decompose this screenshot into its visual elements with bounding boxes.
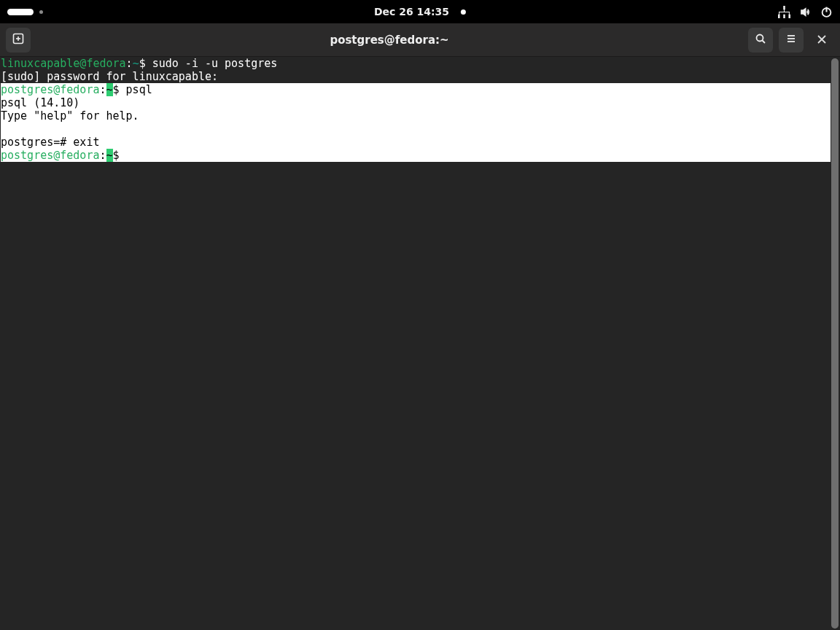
output-line: Type "help" for help.: [1, 109, 139, 122]
prompt-sep: :: [126, 57, 133, 70]
window-title: postgres@fedora:~: [36, 34, 742, 47]
notification-dot-icon: [461, 9, 466, 15]
hamburger-menu-button[interactable]: [779, 28, 804, 52]
command-text: $ psql: [113, 83, 152, 96]
svg-rect-6: [779, 11, 779, 14]
prompt-user: postgres@fedora: [1, 149, 99, 162]
prompt-path: ~: [106, 83, 113, 96]
svg-rect-7: [789, 11, 790, 14]
workspace-dot-icon: [39, 10, 43, 14]
svg-rect-4: [784, 9, 785, 12]
terminal-header-bar: postgres@fedora:~: [0, 23, 840, 57]
terminal-scrollbar[interactable]: [831, 58, 839, 629]
output-line: [sudo] password for linuxcapable:: [1, 70, 218, 83]
volume-icon[interactable]: [799, 6, 812, 18]
clock-area[interactable]: Dec 26 14:35: [374, 6, 466, 18]
close-window-button[interactable]: [809, 28, 834, 52]
psql-line: postgres=# exit: [1, 136, 99, 149]
prompt-path: ~: [106, 149, 113, 162]
hamburger-icon: [785, 33, 797, 47]
prompt-user: postgres@fedora: [1, 83, 99, 96]
svg-line-14: [763, 40, 766, 43]
output-line: psql (14.10): [1, 96, 79, 109]
scrollbar-thumb[interactable]: [831, 58, 839, 629]
svg-rect-3: [788, 14, 790, 18]
activities-pill[interactable]: [7, 9, 34, 15]
close-icon: [817, 32, 827, 47]
search-button[interactable]: [748, 28, 773, 52]
svg-point-13: [757, 34, 763, 41]
search-icon: [755, 33, 766, 47]
terminal-viewport[interactable]: linuxcapable@fedora:~$ sudo -i -u postgr…: [0, 57, 840, 630]
datetime-label: Dec 26 14:35: [374, 6, 449, 18]
power-icon[interactable]: [820, 6, 833, 18]
svg-rect-5: [779, 11, 790, 12]
command-text: $: [113, 149, 126, 162]
svg-rect-1: [783, 14, 785, 18]
prompt-user: linuxcapable@fedora: [1, 57, 126, 70]
network-icon[interactable]: [778, 6, 790, 18]
prompt-path: ~: [133, 57, 139, 70]
gnome-top-bar: Dec 26 14:35: [0, 0, 840, 23]
prompt-sep: :: [99, 83, 106, 96]
new-tab-icon: [12, 33, 24, 47]
terminal-output[interactable]: linuxcapable@fedora:~$ sudo -i -u postgr…: [0, 57, 830, 630]
svg-rect-2: [778, 14, 780, 18]
command-text: $ sudo -i -u postgres: [139, 57, 278, 70]
prompt-sep: :: [99, 149, 106, 162]
new-tab-button[interactable]: [6, 28, 31, 52]
